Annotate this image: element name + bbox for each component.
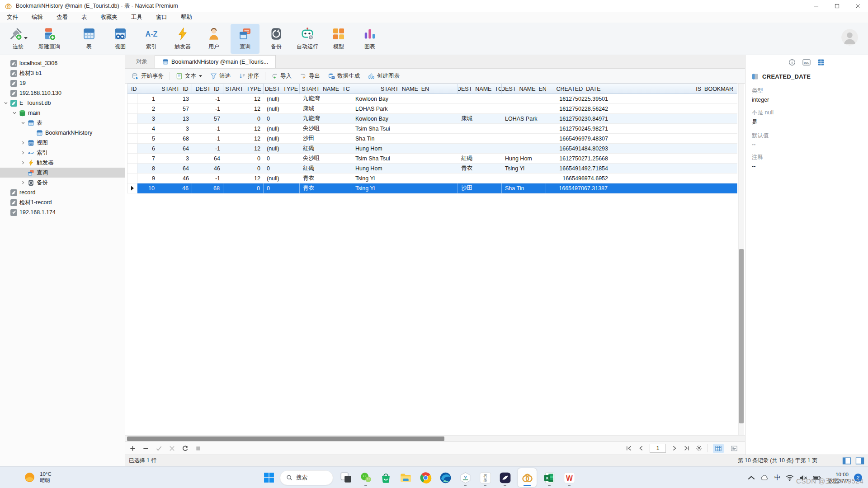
grid-cell-id[interactable]: 8 bbox=[137, 164, 158, 174]
grid-cell-start_name_en[interactable]: Hung Hom bbox=[352, 164, 458, 174]
close-button[interactable] bbox=[847, 0, 868, 12]
grid-cell-created_date[interactable]: 1612750228.56242 bbox=[546, 104, 611, 114]
table-row-8[interactable]: 8644600紅磡Hung Hom青衣Tsing Yi1665491492.71… bbox=[127, 164, 737, 174]
data-generation-button[interactable]: ABC数据生成 bbox=[324, 69, 364, 83]
grid-cell-dest_name_en[interactable] bbox=[502, 134, 546, 144]
grid-cell-created_date[interactable]: 1665491492.71854 bbox=[546, 164, 611, 174]
grid-cell-dest_name_tc[interactable]: 紅磡 bbox=[458, 154, 502, 164]
toolbar-model-button[interactable]: 模型 bbox=[324, 24, 353, 54]
menu-tools[interactable]: 工具 bbox=[124, 12, 149, 23]
grid-cell-start_name_tc[interactable]: 青衣 bbox=[300, 183, 352, 193]
grid-cell-is_bookmark[interactable] bbox=[611, 164, 737, 174]
previous-page-button[interactable] bbox=[637, 445, 645, 451]
toolbar-new-query-button[interactable]: 新建查询 bbox=[35, 24, 64, 54]
grid-cell-id[interactable]: 7 bbox=[137, 154, 158, 164]
grid-cell-created_date[interactable]: 1612750225.39501 bbox=[546, 94, 611, 104]
grid-cell-id[interactable]: 9 bbox=[137, 174, 158, 183]
tree-item-queries[interactable]: 查询 bbox=[0, 168, 125, 178]
table-row-4[interactable]: 43-112(null)尖沙咀Tsim Sha Tsui1612750245.9… bbox=[127, 124, 737, 134]
grid-cell-start_type[interactable]: 12 bbox=[223, 94, 264, 104]
export-button[interactable]: 导出 bbox=[296, 69, 324, 83]
toolbar-trigger-button[interactable]: 触发器 bbox=[168, 24, 197, 54]
grid-cell-created_date[interactable]: 1665496979.48307 bbox=[546, 134, 611, 144]
grid-cell-start_name_en[interactable]: Hung Hom bbox=[352, 144, 458, 154]
toggle-right-panel-icon[interactable] bbox=[855, 457, 864, 465]
grid-cell-is_bookmark[interactable] bbox=[611, 124, 737, 134]
grid-cell-dest_id[interactable]: -1 bbox=[192, 104, 223, 114]
grid-cell-created_date[interactable]: 1665491484.80293 bbox=[546, 144, 611, 154]
grid-cell-created_date[interactable]: 1612750230.84971 bbox=[546, 114, 611, 124]
grid-cell-start_id[interactable]: 3 bbox=[158, 154, 192, 164]
grid-cell-start_id[interactable]: 46 bbox=[158, 174, 192, 183]
refresh-button[interactable] bbox=[182, 445, 189, 452]
grid-cell-dest_name_en[interactable] bbox=[502, 174, 546, 183]
toolbar-connect-button[interactable]: 连接 bbox=[4, 24, 33, 54]
grid-cell-start_type[interactable]: 0 bbox=[223, 164, 264, 174]
minimize-button[interactable] bbox=[806, 0, 826, 12]
tree-item-main-db[interactable]: main bbox=[0, 108, 125, 118]
tree-item-jiancai1-record[interactable]: 检材1-record bbox=[0, 197, 125, 207]
vertical-scrollbar-thumb[interactable] bbox=[739, 249, 744, 423]
tray-volmute-icon[interactable] bbox=[799, 474, 807, 481]
grid-cell-start_name_en[interactable]: Tsim Sha Tsui bbox=[352, 124, 458, 134]
settings-gear-button[interactable] bbox=[695, 445, 703, 451]
toolbar-chart-button[interactable]: 图表 bbox=[355, 24, 384, 54]
grid-cell-dest_type[interactable]: (null) bbox=[264, 144, 300, 154]
column-header-created_date[interactable]: CREATED_DATE bbox=[546, 84, 611, 94]
grid-cell-start_id[interactable]: 46 bbox=[158, 183, 192, 193]
column-header-start_type[interactable]: START_TYPE bbox=[223, 84, 264, 94]
grid-cell-dest_type[interactable]: 0 bbox=[264, 114, 300, 124]
tray-cloud-icon[interactable] bbox=[761, 474, 769, 481]
grid-cell-start_type[interactable]: 12 bbox=[223, 104, 264, 114]
column-header-id[interactable]: ID bbox=[127, 84, 158, 94]
grid-cell-start_name_tc[interactable]: 尖沙咀 bbox=[300, 154, 352, 164]
apply-changes-button[interactable] bbox=[156, 445, 162, 452]
table-row-10[interactable]: 10466800青衣Tsing Yi沙田Sha Tin1665497067.31… bbox=[127, 183, 737, 193]
grid-cell-start_name_en[interactable]: Tsing Yi bbox=[352, 183, 458, 193]
grid-cell-dest_id[interactable]: -1 bbox=[192, 94, 223, 104]
user-avatar[interactable] bbox=[841, 29, 858, 46]
sort-button[interactable]: 排序 bbox=[235, 69, 263, 83]
taskbar-app-wps[interactable]: W bbox=[562, 468, 576, 487]
grid-cell-created_date[interactable]: 1665496974.6952 bbox=[546, 174, 611, 183]
grid-cell-dest_name_tc[interactable] bbox=[458, 124, 502, 134]
add-record-button[interactable] bbox=[129, 445, 136, 452]
delete-record-button[interactable] bbox=[142, 445, 149, 452]
grid-cell-dest_id[interactable]: 57 bbox=[192, 114, 223, 124]
grid-cell-dest_id[interactable]: 46 bbox=[192, 164, 223, 174]
grid-cell-start_id[interactable]: 68 bbox=[158, 134, 192, 144]
taskbar-app-navicat[interactable] bbox=[518, 468, 537, 487]
grid-cell-id[interactable]: 10 bbox=[137, 183, 158, 193]
grid-cell-dest_name_en[interactable] bbox=[502, 94, 546, 104]
begin-transaction-button[interactable]: 开始事务 bbox=[128, 69, 168, 83]
tab-objects[interactable]: 对象 bbox=[129, 55, 155, 68]
tray-wifi-icon[interactable] bbox=[786, 474, 794, 481]
grid-cell-is_bookmark[interactable] bbox=[611, 154, 737, 164]
chevron-right-icon[interactable] bbox=[21, 141, 25, 145]
notification-badge[interactable]: 2 bbox=[854, 474, 862, 482]
next-page-button[interactable] bbox=[671, 445, 678, 451]
grid-cell-created_date[interactable]: 1612750271.25668 bbox=[546, 154, 611, 164]
grid-cell-dest_type[interactable]: (null) bbox=[264, 134, 300, 144]
grid-cell-dest_type[interactable]: 0 bbox=[264, 164, 300, 174]
grid-cell-start_name_tc[interactable]: 紅磡 bbox=[300, 144, 352, 154]
grid-cell-is_bookmark[interactable] bbox=[611, 174, 737, 183]
table-row-3[interactable]: 3135700九龍灣Kowloon Bay康城LOHAS Park1612750… bbox=[127, 114, 737, 124]
menu-favorites[interactable]: 收藏夹 bbox=[94, 12, 125, 23]
menu-help[interactable]: 帮助 bbox=[174, 12, 199, 23]
grid-cell-dest_name_en[interactable] bbox=[502, 124, 546, 134]
taskbar-app-store[interactable] bbox=[378, 468, 393, 487]
grid-cell-start_name_en[interactable]: Kowloon Bay bbox=[352, 114, 458, 124]
column-header-dest_type[interactable]: DEST_TYPE bbox=[264, 84, 300, 94]
tree-item-jiancai3-b1[interactable]: 检材3 b1 bbox=[0, 68, 125, 78]
grid-view-button[interactable] bbox=[713, 444, 724, 453]
grid-cell-start_id[interactable]: 64 bbox=[158, 144, 192, 154]
table-row-7[interactable]: 736400尖沙咀Tsim Sha Tsui紅磡Hung Hom16127502… bbox=[127, 154, 737, 164]
search-box[interactable]: 搜索 bbox=[280, 470, 333, 485]
horizontal-scrollbar[interactable] bbox=[125, 435, 745, 441]
toolbar-query-button[interactable]: 查询 bbox=[231, 24, 259, 54]
taskbar-app-darkapp[interactable] bbox=[498, 468, 512, 487]
discard-changes-button[interactable] bbox=[169, 445, 175, 452]
table-row-6[interactable]: 664-112(null)紅磡Hung Hom1665491484.80293 bbox=[127, 144, 737, 154]
tree-item-backups[interactable]: 备份 bbox=[0, 178, 125, 188]
